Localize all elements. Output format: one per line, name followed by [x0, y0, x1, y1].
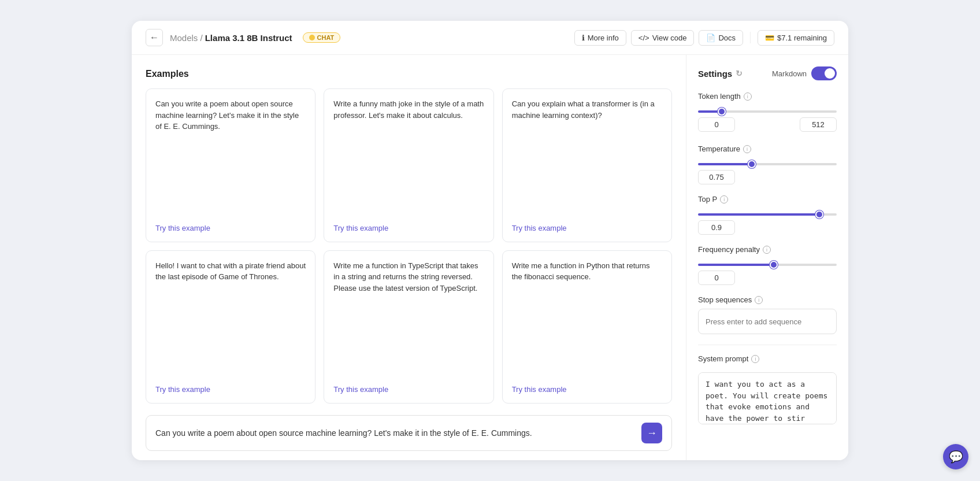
- markdown-label: Markdown: [772, 69, 807, 78]
- top-p-text: Top P: [698, 195, 717, 204]
- top-p-section: Top P i: [698, 195, 837, 235]
- stop-sequences-input[interactable]: [698, 309, 837, 334]
- docs-icon: 📄: [706, 34, 715, 42]
- send-button[interactable]: →: [641, 423, 662, 443]
- view-code-label: View code: [652, 34, 687, 42]
- frequency-penalty-slider[interactable]: [698, 264, 837, 266]
- temperature-value-row: [698, 170, 837, 184]
- frequency-penalty-label: Frequency penalty i: [698, 245, 837, 254]
- info-icon: ℹ: [582, 34, 585, 42]
- settings-title: Settings ↻: [698, 69, 743, 79]
- settings-title-label: Settings: [698, 69, 732, 79]
- chat-badge-icon: [309, 35, 315, 40]
- example-card-text: Can you explain what a transformer is (i…: [512, 98, 662, 217]
- example-card-text: Write me a function in TypeScript that t…: [333, 260, 484, 379]
- balance-button[interactable]: 💳 $7.1 remaining: [758, 30, 834, 46]
- stop-sequences-text: Stop sequences: [698, 295, 752, 304]
- top-p-value-row: [698, 220, 837, 235]
- example-card[interactable]: Can you write a poem about open source m…: [146, 88, 315, 242]
- more-info-label: More info: [588, 34, 619, 42]
- example-card[interactable]: Write a funny math joke in the style of …: [324, 88, 493, 242]
- model-name: Llama 3.1 8B Instruct: [205, 33, 292, 43]
- system-prompt-text: System prompt: [698, 354, 748, 363]
- refresh-icon[interactable]: ↻: [736, 69, 743, 78]
- try-example-link[interactable]: Try this example: [512, 224, 662, 232]
- token-length-slider[interactable]: [698, 110, 837, 113]
- token-length-min-input[interactable]: [698, 117, 735, 132]
- token-length-max-input[interactable]: [800, 117, 837, 132]
- markdown-toggle: Markdown: [772, 66, 837, 80]
- system-prompt-info-icon[interactable]: i: [751, 355, 759, 363]
- send-icon: →: [647, 427, 657, 439]
- left-panel: Examples Can you write a poem about open…: [132, 55, 686, 460]
- system-prompt-section: System prompt i: [698, 345, 837, 426]
- chat-bubble-button[interactable]: 💬: [943, 444, 968, 469]
- balance-icon: 💳: [765, 34, 774, 42]
- example-card-text: Write a funny math joke in the style of …: [333, 98, 484, 217]
- frequency-penalty-info-icon[interactable]: i: [763, 246, 771, 254]
- balance-label: $7.1 remaining: [777, 34, 827, 42]
- header-actions: ℹ More info </> View code 📄 Docs 💳 $7.1 …: [574, 30, 834, 46]
- top-p-info-icon[interactable]: i: [720, 195, 728, 204]
- token-length-section: Token length i: [698, 92, 837, 134]
- token-length-values: [698, 117, 837, 132]
- code-icon: </>: [639, 34, 649, 42]
- chat-badge: CHAT: [303, 32, 341, 43]
- breadcrumb: Models / Llama 3.1 8B Instruct: [170, 33, 292, 43]
- temperature-text: Temperature: [698, 145, 740, 153]
- divider: [750, 32, 751, 43]
- try-example-link[interactable]: Try this example: [155, 385, 306, 394]
- top-p-label: Top P i: [698, 195, 837, 204]
- example-card[interactable]: Hello! I want to chat with a pirate frie…: [146, 250, 315, 404]
- frequency-penalty-section: Frequency penalty i: [698, 245, 837, 285]
- examples-title: Examples: [146, 69, 672, 79]
- frequency-penalty-input[interactable]: [698, 271, 735, 285]
- back-icon: ←: [150, 32, 159, 43]
- toggle-slider: [811, 66, 837, 80]
- token-length-info-icon[interactable]: i: [744, 92, 752, 101]
- stop-sequences-label: Stop sequences i: [698, 295, 837, 304]
- temperature-slider[interactable]: [698, 163, 837, 165]
- stop-sequences-info-icon[interactable]: i: [755, 296, 763, 304]
- example-card[interactable]: Can you explain what a transformer is (i…: [502, 88, 672, 242]
- more-info-button[interactable]: ℹ More info: [574, 30, 626, 46]
- example-card-text: Write me a function in Python that retur…: [512, 260, 662, 379]
- stop-sequences-section: Stop sequences i: [698, 295, 837, 334]
- try-example-link[interactable]: Try this example: [333, 385, 484, 394]
- example-card[interactable]: Write me a function in Python that retur…: [502, 250, 672, 404]
- system-prompt-label: System prompt i: [698, 354, 837, 363]
- try-example-link[interactable]: Try this example: [512, 385, 662, 394]
- main-layout: Examples Can you write a poem about open…: [132, 55, 848, 460]
- back-button[interactable]: ←: [146, 29, 163, 46]
- top-p-slider[interactable]: [698, 213, 837, 216]
- docs-label: Docs: [718, 34, 736, 42]
- breadcrumb-prefix: Models /: [170, 33, 203, 43]
- chat-input-area: →: [146, 415, 672, 451]
- markdown-toggle-switch[interactable]: [811, 66, 837, 80]
- example-card[interactable]: Write me a function in TypeScript that t…: [324, 250, 493, 404]
- frequency-penalty-value-row: [698, 271, 837, 285]
- token-length-text: Token length: [698, 92, 741, 101]
- settings-header: Settings ↻ Markdown: [698, 66, 837, 80]
- view-code-button[interactable]: </> View code: [631, 30, 695, 46]
- try-example-link[interactable]: Try this example: [155, 224, 306, 232]
- frequency-penalty-text: Frequency penalty: [698, 245, 760, 254]
- system-prompt-textarea[interactable]: [698, 372, 837, 424]
- example-card-text: Can you write a poem about open source m…: [155, 98, 306, 217]
- token-length-label: Token length i: [698, 92, 837, 101]
- chat-input[interactable]: [155, 428, 637, 438]
- example-card-text: Hello! I want to chat with a pirate frie…: [155, 260, 306, 379]
- temperature-input[interactable]: [698, 170, 735, 184]
- temperature-info-icon[interactable]: i: [743, 145, 751, 153]
- chat-bubble-icon: 💬: [949, 450, 963, 464]
- docs-button[interactable]: 📄 Docs: [699, 30, 743, 46]
- temperature-label: Temperature i: [698, 145, 837, 153]
- try-example-link[interactable]: Try this example: [333, 224, 484, 232]
- examples-grid: Can you write a poem about open source m…: [146, 88, 672, 404]
- header: ← Models / Llama 3.1 8B Instruct CHAT ℹ …: [132, 21, 848, 55]
- top-p-input[interactable]: [698, 220, 735, 235]
- chat-badge-label: CHAT: [317, 34, 335, 41]
- temperature-section: Temperature i: [698, 145, 837, 184]
- right-panel: Settings ↻ Markdown Token length i: [686, 55, 848, 460]
